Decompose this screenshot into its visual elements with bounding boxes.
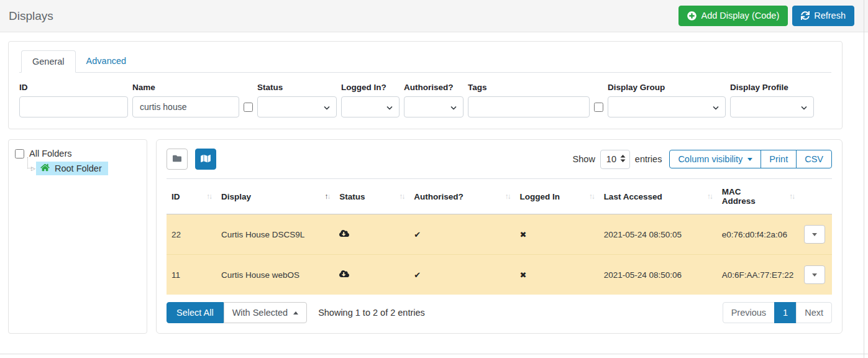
table-row[interactable]: 22 Curtis House DSCS9L ✔ ✖ 2021-05-24 08…	[167, 214, 832, 255]
sort-icon: ↑↓	[789, 192, 795, 201]
column-header-logged-in[interactable]: Logged In ↑↓	[515, 179, 599, 214]
content-row: All Folders ▷ Root Folder	[8, 139, 843, 334]
cell-display: Curtis House DSCS9L	[216, 214, 334, 255]
select-all-button[interactable]: Select All	[167, 302, 224, 323]
status-select[interactable]	[257, 96, 337, 117]
all-folders-checkbox[interactable]	[15, 149, 24, 158]
tags-exact-checkbox[interactable]	[594, 103, 603, 112]
add-display-button[interactable]: Add Display (Code)	[678, 6, 788, 26]
displays-page: Displays Add Display (Code) Refresh Gene…	[0, 0, 868, 358]
filter-field-id: ID	[19, 83, 128, 117]
cell-id: 11	[167, 255, 216, 295]
tab-general[interactable]: General	[21, 50, 76, 73]
logged-in-select[interactable]	[341, 96, 400, 117]
cell-display: Curtis House webOS	[216, 255, 334, 295]
column-header-authorised[interactable]: Authorised? ↑↓	[409, 179, 514, 214]
name-label: Name	[132, 83, 253, 92]
name-exact-checkbox[interactable]	[244, 103, 253, 112]
tags-input[interactable]	[468, 96, 590, 117]
row-menu-button[interactable]	[804, 225, 825, 244]
csv-button[interactable]: CSV	[796, 150, 832, 168]
pagination-previous[interactable]: Previous	[723, 302, 775, 323]
chevron-down-icon	[713, 103, 719, 112]
entries-label: entries	[635, 154, 662, 164]
row-menu-button[interactable]	[804, 265, 825, 284]
page-length-select[interactable]: 10	[600, 150, 630, 169]
refresh-icon	[801, 11, 810, 20]
cell-last-accessed: 2021-05-24 08:50:06	[599, 255, 717, 295]
table-footer: Select All With Selected Showing 1 to 2 …	[167, 302, 832, 323]
filter-field-name: Name	[132, 83, 253, 117]
tab-advanced[interactable]: Advanced	[76, 50, 137, 72]
chevron-down-icon	[801, 103, 807, 112]
top-bar: Displays Add Display (Code) Refresh	[0, 0, 868, 32]
cell-mac-address: e0:76:d0:f4:2a:06	[717, 214, 799, 255]
all-folders-label: All Folders	[29, 149, 72, 158]
cell-mac-address: A0:6F:AA:77:E7:22	[717, 255, 799, 295]
home-icon	[40, 163, 50, 173]
sort-icon: ↑↓	[707, 192, 713, 201]
cell-logged-in: ✖	[515, 214, 599, 255]
display-group-select[interactable]	[608, 96, 726, 117]
folder-icon	[172, 154, 182, 165]
add-display-label: Add Display (Code)	[701, 11, 779, 21]
tree-expander-icon[interactable]: ▷	[31, 165, 35, 172]
caret-up-icon	[293, 311, 298, 314]
display-group-label: Display Group	[608, 83, 726, 92]
table-row[interactable]: 11 Curtis House webOS ✔ ✖ 2021-05-24 08:…	[167, 255, 832, 295]
cross-icon: ✖	[520, 270, 527, 280]
status-label: Status	[257, 83, 337, 92]
pagination-page-1[interactable]: 1	[774, 302, 797, 323]
cell-authorised: ✔	[409, 255, 514, 295]
display-profile-select[interactable]	[730, 96, 814, 117]
cell-actions	[799, 214, 832, 255]
column-header-mac-address[interactable]: MAC Address ↑↓	[717, 179, 799, 214]
cell-id: 22	[167, 214, 216, 255]
cell-actions	[799, 255, 832, 295]
column-header-last-accessed[interactable]: Last Accessed ↑↓	[599, 179, 717, 214]
with-selected-button[interactable]: With Selected	[224, 302, 307, 323]
folder-tree-panel: All Folders ▷ Root Folder	[8, 139, 147, 334]
chevron-down-icon	[450, 103, 457, 112]
pagination: Previous 1 Next	[723, 302, 832, 323]
filter-tabs: General Advanced	[19, 42, 831, 73]
column-header-id[interactable]: ID ↑↓	[167, 179, 216, 214]
export-button-group: Column visibility Print CSV	[669, 150, 832, 168]
authorised-select[interactable]	[404, 96, 464, 117]
caret-down-icon	[747, 158, 752, 161]
folder-tree-toggle-button[interactable]	[167, 149, 188, 170]
filter-fields: ID Name Status Logged In?	[19, 83, 831, 117]
map-view-button[interactable]	[195, 149, 216, 170]
sort-icon: ↑↓	[505, 192, 511, 201]
sort-icon: ↑↓	[399, 192, 405, 201]
column-visibility-button[interactable]: Column visibility	[669, 150, 761, 168]
cell-logged-in: ✖	[515, 255, 599, 295]
folder-tree-node: ▷ Root Folder	[26, 162, 140, 175]
pagination-next[interactable]: Next	[796, 302, 832, 323]
chevron-down-icon	[386, 103, 393, 112]
root-folder-label: Root Folder	[55, 163, 102, 173]
logged-in-label: Logged In?	[341, 83, 400, 92]
caret-down-icon	[812, 233, 817, 236]
print-button[interactable]: Print	[761, 150, 797, 168]
id-input[interactable]	[19, 96, 128, 117]
root-folder-node[interactable]: Root Folder	[36, 162, 108, 175]
name-input[interactable]	[132, 96, 239, 117]
topbar-actions: Add Display (Code) Refresh	[678, 6, 854, 26]
filter-field-status: Status	[257, 83, 337, 117]
column-header-actions	[799, 179, 832, 214]
showing-entries-text: Showing 1 to 2 of 2 entries	[318, 308, 425, 318]
cell-last-accessed: 2021-05-24 08:50:05	[599, 214, 717, 255]
chevron-down-icon	[324, 103, 330, 112]
with-selected-label: With Selected	[232, 308, 288, 318]
page-title: Displays	[9, 9, 53, 23]
table-controls: Show 10 entries Column visibility Pri	[573, 150, 832, 169]
filter-field-tags: Tags	[468, 83, 603, 117]
column-header-display[interactable]: Display ↑↓	[216, 179, 334, 214]
column-header-status[interactable]: Status ↑↓	[334, 179, 409, 214]
filter-field-display-group: Display Group	[608, 83, 726, 117]
cell-status	[334, 255, 409, 295]
refresh-label: Refresh	[814, 11, 846, 21]
cell-authorised: ✔	[409, 214, 514, 255]
refresh-button[interactable]: Refresh	[792, 6, 854, 26]
